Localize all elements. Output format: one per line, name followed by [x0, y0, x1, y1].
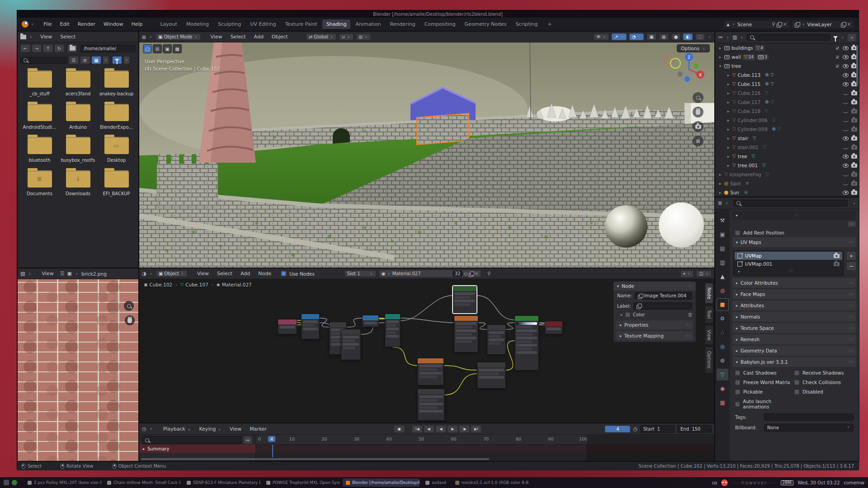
camera-render-icon[interactable]	[834, 254, 840, 258]
taskbar-window-button[interactable]: meidra1:1.xcf-1.0 (RGB color 8-88...	[452, 479, 529, 487]
expand-toggle-icon[interactable]: ▸	[726, 91, 731, 95]
shading-material-button[interactable]: ◐	[683, 33, 693, 40]
node-name-input[interactable]: Image Texture.004	[635, 292, 692, 300]
camera-visibility-icon[interactable]	[851, 118, 857, 122]
outliner-row[interactable]: ▸▽IcosphereFog▽	[715, 170, 859, 179]
taskbar-window-button[interactable]: POWGE Treptorild MXL Open Sync...	[263, 479, 340, 487]
babylon-option[interactable]: Pickable	[735, 389, 794, 394]
pinned-id-bar[interactable]: ▸∷∷	[732, 211, 856, 220]
expand-toggle-icon[interactable]: ▸	[718, 182, 722, 186]
camera-visibility-icon[interactable]	[851, 91, 857, 95]
babylon-option[interactable]: Freeze World Matrix	[735, 380, 794, 385]
tl-menu-playback[interactable]: Playback ∨	[160, 425, 195, 433]
vp-menu-view[interactable]: View	[207, 33, 226, 41]
taskbar-window-button[interactable]: Chain mittew Mesh: Small Cock Ca...	[104, 479, 181, 487]
select-mode-4[interactable]: ▩	[173, 44, 182, 53]
face-maps-panel-header[interactable]: ▸Face Maps∷∷	[732, 289, 856, 299]
filter-options-dropdown[interactable]: ∨	[123, 56, 130, 64]
sidebar-tab-tool[interactable]: Tool	[705, 305, 713, 323]
eye-open-icon[interactable]	[843, 136, 849, 141]
babylon-panel-header[interactable]: ▾Babylon.js ver 3.3.1∷∷	[732, 357, 856, 367]
select-mode-3[interactable]: ▣	[163, 44, 172, 53]
node-header[interactable]	[515, 316, 538, 321]
expand-toggle-icon[interactable]: ▸	[726, 100, 731, 104]
node-header[interactable]	[487, 325, 505, 330]
object-data-properties-tab[interactable]: ▽	[717, 369, 728, 380]
eye-open-icon[interactable]	[843, 73, 849, 77]
orientation-dropdown[interactable]: ⇄Global∨	[306, 33, 336, 40]
object-properties-tab[interactable]: ■	[717, 299, 728, 310]
workspace-tab-rendering[interactable]: Rendering	[386, 19, 419, 29]
pan-hand-button[interactable]	[125, 315, 135, 325]
material-properties-tab[interactable]: ◉	[717, 383, 728, 394]
chevron-down-icon[interactable]: ∨	[853, 202, 855, 205]
image-browse-icon[interactable]: ▣	[67, 271, 72, 277]
funnel-icon[interactable]	[833, 36, 838, 39]
modifiers-properties-tab[interactable]: ⚙	[717, 313, 728, 324]
pan-hand-button[interactable]	[693, 107, 703, 117]
add-rest-position-row[interactable]: Add Rest Position	[732, 228, 856, 237]
image-editor-icon[interactable]: ▧	[20, 271, 25, 277]
shader-node[interactable]	[477, 362, 506, 389]
outliner-row[interactable]: ▸▽Cylinder.009⚙▽	[715, 125, 859, 134]
summary-channel[interactable]: ▸Summary	[139, 445, 255, 453]
expand-toggle-icon[interactable]: ▸	[726, 145, 731, 150]
unlink-icon[interactable]: ×	[475, 271, 478, 276]
snap-toggle[interactable]: ∪∨	[339, 33, 353, 40]
expand-toggle-icon[interactable]: ▸	[726, 73, 731, 77]
scene-properties-tab[interactable]: ▲	[717, 271, 728, 282]
eye-closed-icon[interactable]	[843, 110, 849, 113]
toolbar-expand-icon[interactable]: ›	[141, 129, 142, 134]
babylon-option[interactable]: Receive Shadows	[794, 370, 854, 375]
system-icon[interactable]	[12, 480, 17, 485]
node-panel-header[interactable]: ▾Node∷∷	[613, 282, 696, 291]
shader-node[interactable]	[487, 324, 506, 355]
babylon-option[interactable]: Auto launch animations	[735, 399, 794, 409]
outliner-row[interactable]: ▸Spot	[715, 179, 859, 188]
remesh-panel-header[interactable]: ▸Remesh∷∷	[732, 334, 856, 344]
taskbar-window-button[interactable]: Blender [/home/amalie/Desktop/blen...	[343, 479, 420, 487]
node-header[interactable]	[302, 314, 319, 319]
presets-list-icon[interactable]: ☰	[688, 312, 692, 317]
node-header[interactable]	[418, 358, 443, 363]
material-users-count[interactable]: 32	[453, 271, 463, 277]
shader-node[interactable]	[362, 315, 379, 327]
duplicate-icon[interactable]	[469, 272, 473, 276]
menu-edit[interactable]: Edit	[57, 20, 73, 28]
outliner-row[interactable]: ▸buildings▽4✓	[715, 43, 859, 52]
camera-visibility-icon[interactable]	[851, 191, 857, 195]
camera-visibility-icon[interactable]	[851, 136, 857, 141]
up-button[interactable]: ↑	[43, 44, 53, 52]
outliner-display-mode-icon[interactable]: ≔	[718, 34, 723, 40]
camera-visibility-icon[interactable]	[851, 155, 857, 159]
expand-toggle-icon[interactable]: ▸	[726, 155, 731, 159]
expand-icon[interactable]: ▸	[621, 313, 623, 317]
discord-icon[interactable]	[721, 479, 728, 486]
uv-map-row[interactable]: UVMap	[735, 252, 842, 260]
vertical-list-button[interactable]: ☰	[69, 56, 79, 64]
orthographic-grid-button[interactable]: ⊞	[693, 136, 703, 146]
duplicate-icon[interactable]	[777, 22, 781, 27]
shader-node[interactable]	[341, 329, 361, 360]
image-canvas-brick-texture[interactable]	[18, 279, 138, 461]
current-frame-line[interactable]	[272, 445, 273, 457]
attributes-panel-header[interactable]: ▸Attributes∷∷	[732, 300, 856, 310]
properties-panel-header[interactable]: ▸Properties∷∷	[616, 320, 693, 329]
horizontal-list-button[interactable]: ≣	[80, 56, 90, 64]
timeline-editor-icon[interactable]: ◷	[142, 426, 146, 432]
outliner-filter-icon[interactable]: ▥	[732, 34, 737, 40]
folder-item[interactable]: EFI_BACKUP	[97, 170, 136, 197]
folder-item[interactable]: ↓Downloads	[59, 170, 97, 197]
output-properties-tab[interactable]: ▤	[717, 243, 728, 254]
overlays-dropdown[interactable]: ◔∨	[629, 33, 644, 40]
taskbar-window-button[interactable]: 2 pcs Pulley MXL-20T (bore size 4)...	[24, 479, 101, 487]
outliner-row[interactable]: ▸▽stair.001▽	[715, 143, 859, 152]
window-titlebar[interactable]: Blender [/home/amalie/Desktop/blender/rt…	[17, 10, 859, 18]
thumbnail-view-button[interactable]: ▦	[91, 56, 101, 64]
shader-type-dropdown[interactable]: ▣Object∨	[156, 270, 187, 277]
babylon-option[interactable]: Cast Shadows	[735, 370, 794, 375]
outliner-row[interactable]: ▸▽Cube.115⚙▽	[715, 80, 859, 89]
outliner-row[interactable]: ▸wall▽243✓	[715, 52, 859, 61]
jump-to-start-button[interactable]: Ⅰ◀	[412, 425, 423, 433]
menu-file[interactable]: File	[40, 20, 55, 28]
